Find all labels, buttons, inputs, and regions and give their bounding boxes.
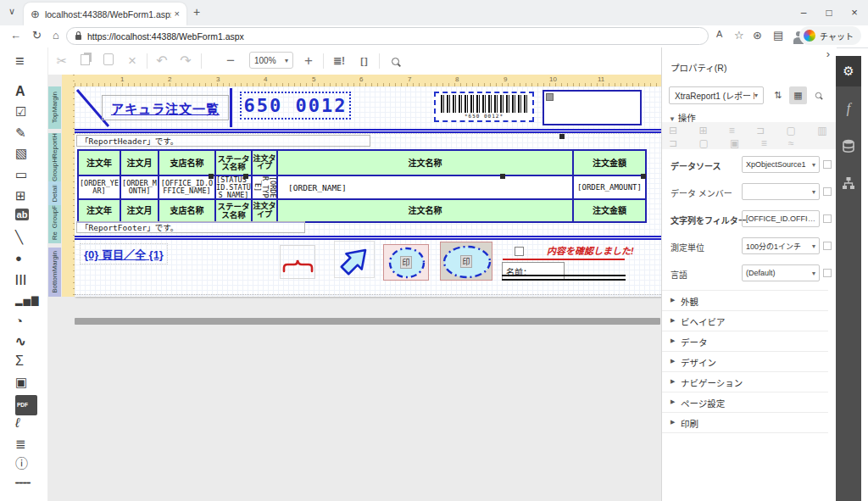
footer-cell[interactable]: 支店名称 <box>158 200 214 221</box>
selection-handle[interactable] <box>243 174 248 179</box>
expressions-tab-icon[interactable]: f <box>836 93 861 124</box>
section-design[interactable]: ▶デザイン <box>662 351 828 372</box>
section-behavior[interactable]: ▶ビヘイビア <box>662 310 828 331</box>
band-label-detail[interactable]: Detail <box>48 181 61 205</box>
home-button[interactable]: ⌂ <box>53 30 59 41</box>
measureunit-dropdown[interactable]: 100分の1インチ ▾ <box>742 237 820 254</box>
confirm-checkbox[interactable] <box>515 247 524 256</box>
field-cell[interactable]: [ORDER_NAME] <box>276 176 572 198</box>
property-checkbox[interactable] <box>823 160 832 169</box>
header-cell[interactable]: 支店名称 <box>158 151 214 175</box>
toolbox-shape-icon[interactable]: ● <box>15 250 34 267</box>
undo-icon[interactable]: ↶ <box>152 53 172 70</box>
field-list-tab-icon[interactable] <box>836 131 861 161</box>
confirm-text[interactable]: 内容を確認しました! <box>547 243 634 257</box>
selection-handle[interactable] <box>641 174 646 179</box>
read-aloud-icon[interactable]: A <box>716 30 722 39</box>
window-maximize-button[interactable]: □ <box>817 3 841 22</box>
band-label-topmargin[interactable]: TopMargin <box>48 86 61 129</box>
band-label-reportheader[interactable]: ReportH <box>48 133 61 158</box>
signature-double-line[interactable] <box>502 275 626 281</box>
language-dropdown[interactable]: (Default) ▾ <box>742 264 820 281</box>
toolbox-barcode-icon[interactable]: ||| <box>15 270 34 287</box>
preview-icon[interactable] <box>385 53 405 70</box>
toolbox-pdf-content-icon[interactable]: PDF <box>15 395 37 415</box>
zoom-in-icon[interactable]: + <box>299 53 318 70</box>
field-cell[interactable]: [ORDER_TYPE] <box>251 176 276 198</box>
paste-icon[interactable] <box>99 53 118 70</box>
search-properties-button[interactable] <box>810 86 827 104</box>
toolbox-sparkline-icon[interactable]: ∿ <box>15 333 34 350</box>
back-button[interactable]: ← <box>10 30 21 41</box>
add-favorite-icon[interactable]: ☆ <box>734 30 744 41</box>
toolbox-table-icon[interactable]: ⊞ <box>15 187 34 204</box>
cut-icon[interactable]: ✂ <box>53 53 71 70</box>
section-pagesettings[interactable]: ▶ページ設定 <box>662 392 828 413</box>
object-selector-dropdown[interactable]: XtraReport1 (レポート) ▾ <box>669 86 764 104</box>
section-data[interactable]: ▶データ <box>662 331 828 352</box>
toolbox-picture-icon[interactable]: ▧ <box>15 145 34 162</box>
header-cell[interactable]: ステータス名称 <box>214 151 251 175</box>
delete-icon[interactable]: × <box>123 53 142 70</box>
operations-icons-row2[interactable]: ⊐ ▢ ▣ ≡ ≈ <box>669 137 804 149</box>
url-input[interactable]: https://localhost:44388/WebForm1.aspx <box>66 27 709 45</box>
report-title-label[interactable]: アキュラ注文一覧 <box>102 95 229 120</box>
header-cell[interactable]: 注文月 <box>120 151 158 175</box>
report-explorer-tab-icon[interactable] <box>836 168 861 198</box>
filterstring-editor[interactable]: [OFFICE_ID.OFFICE_ID] ... … <box>742 210 820 227</box>
toolbox-signature-icon[interactable]: ℓ <box>15 415 34 431</box>
window-minimize-button[interactable]: – <box>792 3 815 22</box>
band-label-groupfooter[interactable]: GroupF <box>48 205 61 229</box>
toolbox-page-info-icon[interactable]: ⓘ <box>15 455 34 472</box>
horizontal-scrollbar[interactable] <box>75 318 660 325</box>
category-view-button[interactable]: ▦ <box>789 86 807 104</box>
tab-close-icon[interactable]: × <box>175 9 180 19</box>
header-cell[interactable]: 注文名称 <box>276 151 572 175</box>
tab-search-chevron-icon[interactable]: ∨ <box>8 7 15 16</box>
field-cell[interactable]: [ORDER_MONTH] <box>120 176 158 198</box>
browser-essentials-icon[interactable]: ⊛ <box>753 30 762 41</box>
fullscreen-icon[interactable]: [ ] <box>353 53 374 70</box>
reportfooter-note-label[interactable]: 「ReportFooter」です。 <box>76 221 305 233</box>
footer-cell[interactable]: 注文名称 <box>276 200 572 221</box>
page-info-control[interactable]: {0} 頁目／全 {1} <box>80 243 168 264</box>
field-cell[interactable]: [ORDER_AMOUNT] <box>572 176 645 198</box>
copy-icon[interactable] <box>75 53 94 70</box>
toolbox-summary-icon[interactable]: Σ <box>15 353 34 370</box>
stamp-shape-ellipse[interactable]: 印 <box>440 242 492 281</box>
footer-cell[interactable]: 注文月 <box>120 200 158 221</box>
validation-icon[interactable]: ≣! <box>329 53 349 70</box>
zoom-out-icon[interactable]: − <box>221 53 240 70</box>
toolbox-line-icon[interactable]: ╲ <box>15 229 34 246</box>
property-checkbox[interactable] <box>823 214 832 223</box>
footer-cell[interactable]: 注文金額 <box>572 200 645 221</box>
footer-cell[interactable]: ステータス名称 <box>214 200 251 221</box>
datamember-dropdown[interactable]: ▾ <box>742 183 820 200</box>
redo-icon[interactable]: ↷ <box>175 53 196 70</box>
property-checkbox[interactable] <box>823 269 832 277</box>
refresh-button[interactable]: ↻ <box>32 30 42 41</box>
footer-cell[interactable]: 注文タイプ <box>251 200 276 221</box>
stamp-shape-circle[interactable]: 印 <box>383 244 429 281</box>
section-navigation[interactable]: ▶ナビゲーション <box>662 371 828 392</box>
picture-box[interactable] <box>542 90 642 125</box>
ellipsis-button[interactable]: … <box>808 214 815 223</box>
toolbox-panel-icon[interactable]: ▭ <box>15 166 34 183</box>
property-checkbox[interactable] <box>823 187 832 196</box>
vertical-line-shape[interactable] <box>230 88 232 127</box>
toolbox-gauge-icon[interactable]: ◔ <box>15 313 34 330</box>
toolbox-richtext-icon[interactable]: ✎ <box>15 125 34 142</box>
footer-cell[interactable]: 注文年 <box>79 200 120 221</box>
window-close-button[interactable]: × <box>843 3 866 22</box>
property-checkbox[interactable] <box>823 242 832 250</box>
selection-handle[interactable] <box>209 174 214 179</box>
brace-shape[interactable] <box>280 245 315 279</box>
browser-tab[interactable]: ⊕ localhost:44388/WebForm1.aspx × <box>24 3 186 25</box>
copilot-chat-button[interactable]: チャット <box>799 26 861 45</box>
header-cell[interactable]: 注文金額 <box>572 151 645 175</box>
arrow-shape[interactable] <box>334 241 375 278</box>
toolbox-character-comb-icon[interactable]: ab <box>15 209 29 220</box>
section-appearance[interactable]: ▶外観 <box>662 290 828 311</box>
field-cell[interactable]: [ORDER_YEAR] <box>79 176 120 198</box>
field-cell[interactable]: [OFFICE_ID.OFFICE_NAME] <box>158 176 214 198</box>
